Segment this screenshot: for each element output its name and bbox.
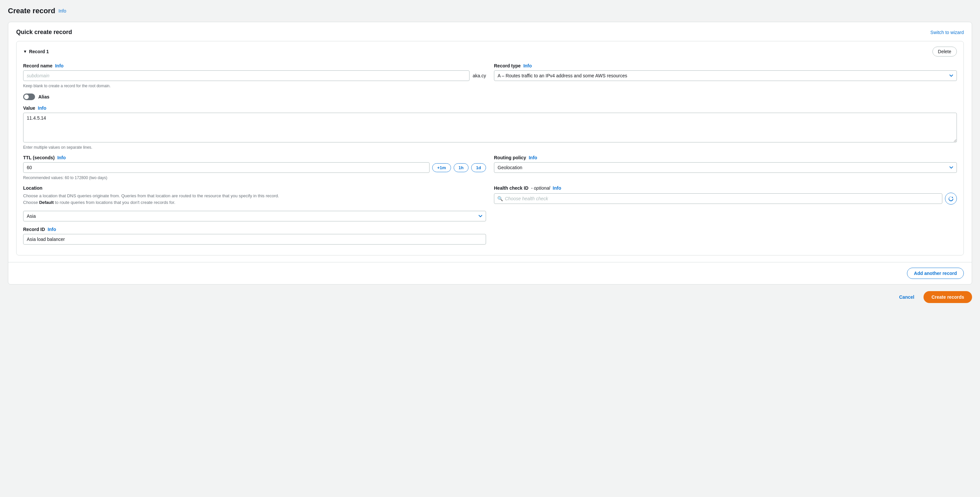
card-footer: Add another record <box>8 262 972 284</box>
location-group: Location Choose a location that DNS quer… <box>23 185 486 221</box>
record-name-hint: Keep blank to create a record for the ro… <box>23 84 486 88</box>
record-id-info-link[interactable]: Info <box>48 227 56 232</box>
alias-label: Alias <box>38 94 49 99</box>
record-type-label: Record type Info <box>494 63 957 68</box>
record-type-group: Record type Info A – Routes traffic to a… <box>494 63 957 88</box>
record-name-input[interactable] <box>23 70 469 81</box>
ttl-input-row: +1m 1h 1d <box>23 162 486 173</box>
record-name-label: Record name Info <box>23 63 486 68</box>
routing-policy-label: Routing policy Info <box>494 155 957 160</box>
record-id-input[interactable] <box>23 234 486 245</box>
add-another-record-button[interactable]: Add another record <box>907 268 964 279</box>
routing-policy-select[interactable]: Simple Weighted Latency Failover Geoloca… <box>494 162 957 173</box>
value-group: Value Info 11.4.5.14 Enter multiple valu… <box>23 105 957 150</box>
ttl-info-link[interactable]: Info <box>57 155 66 160</box>
health-check-info-link[interactable]: Info <box>553 185 562 191</box>
record-name-group: Record name Info aka.cy Keep blank to cr… <box>23 63 486 88</box>
page-info-link[interactable]: Info <box>59 8 66 14</box>
refresh-icon <box>948 196 954 201</box>
record-id-group: Record ID Info <box>23 227 486 245</box>
collapse-icon: ▼ <box>23 49 27 54</box>
health-check-optional: - optional <box>531 185 550 191</box>
record-section-header: ▼ Record 1 Delete <box>23 46 957 56</box>
row-record-id: Record ID Info <box>23 227 957 245</box>
switch-to-wizard-link[interactable]: Switch to wizard <box>931 30 964 35</box>
value-hint: Enter multiple values on separate lines. <box>23 145 957 150</box>
page-footer: Cancel Create records <box>8 285 972 306</box>
location-label: Location <box>23 185 486 191</box>
row-record-name-type: Record name Info aka.cy Keep blank to cr… <box>23 63 957 88</box>
health-check-label: Health check ID - optional Info <box>494 185 957 191</box>
routing-policy-group: Routing policy Info Simple Weighted Late… <box>494 155 957 180</box>
main-card: Quick create record Switch to wizard ▼ R… <box>8 22 972 285</box>
ttl-1h-button[interactable]: 1h <box>453 163 469 172</box>
alias-row: Alias <box>23 94 957 100</box>
record-name-info-link[interactable]: Info <box>55 63 64 68</box>
health-check-input-row: 🔍 <box>494 193 957 205</box>
record-name-suffix: aka.cy <box>473 73 486 78</box>
record-section-title: ▼ Record 1 <box>23 49 49 54</box>
record-section: ▼ Record 1 Delete Record name Info aka.c… <box>16 41 964 255</box>
ttl-input[interactable] <box>23 162 430 173</box>
toggle-slider <box>23 94 35 100</box>
alias-toggle[interactable] <box>23 94 35 100</box>
record-name-input-wrap: aka.cy <box>23 70 486 81</box>
page-header: Create record Info <box>8 6 972 15</box>
ttl-group: TTL (seconds) Info +1m 1h 1d Recommended… <box>23 155 486 180</box>
health-check-input[interactable] <box>494 193 942 204</box>
delete-button[interactable]: Delete <box>932 46 957 56</box>
location-select[interactable]: Asia Africa Antarctica Default Europe No… <box>23 211 486 221</box>
create-records-button[interactable]: Create records <box>923 291 972 303</box>
location-description: Choose a location that DNS queries origi… <box>23 193 486 205</box>
card-header: Quick create record Switch to wizard <box>8 22 972 41</box>
row-ttl-routing: TTL (seconds) Info +1m 1h 1d Recommended… <box>23 155 957 180</box>
record-id-label: Record ID Info <box>23 227 486 232</box>
value-textarea[interactable]: 11.4.5.14 <box>23 113 957 142</box>
page-title: Create record <box>8 6 55 15</box>
health-check-input-wrap: 🔍 <box>494 193 942 204</box>
health-check-refresh-button[interactable] <box>945 193 957 205</box>
record-type-select[interactable]: A – Routes traffic to an IPv4 address an… <box>494 70 957 81</box>
cancel-button[interactable]: Cancel <box>895 292 918 303</box>
card-title: Quick create record <box>16 29 72 36</box>
record-type-info-link[interactable]: Info <box>523 63 532 68</box>
ttl-label: TTL (seconds) Info <box>23 155 486 160</box>
value-info-link[interactable]: Info <box>38 105 46 111</box>
routing-policy-info-link[interactable]: Info <box>529 155 537 160</box>
ttl-hint: Recommended values: 60 to 172800 (two da… <box>23 175 486 180</box>
health-check-group: Health check ID - optional Info 🔍 <box>494 185 957 221</box>
row-location-health: Location Choose a location that DNS quer… <box>23 185 957 221</box>
ttl-1m-button[interactable]: +1m <box>432 163 451 172</box>
search-icon: 🔍 <box>497 196 503 201</box>
value-label: Value Info <box>23 105 957 111</box>
ttl-1d-button[interactable]: 1d <box>471 163 486 172</box>
